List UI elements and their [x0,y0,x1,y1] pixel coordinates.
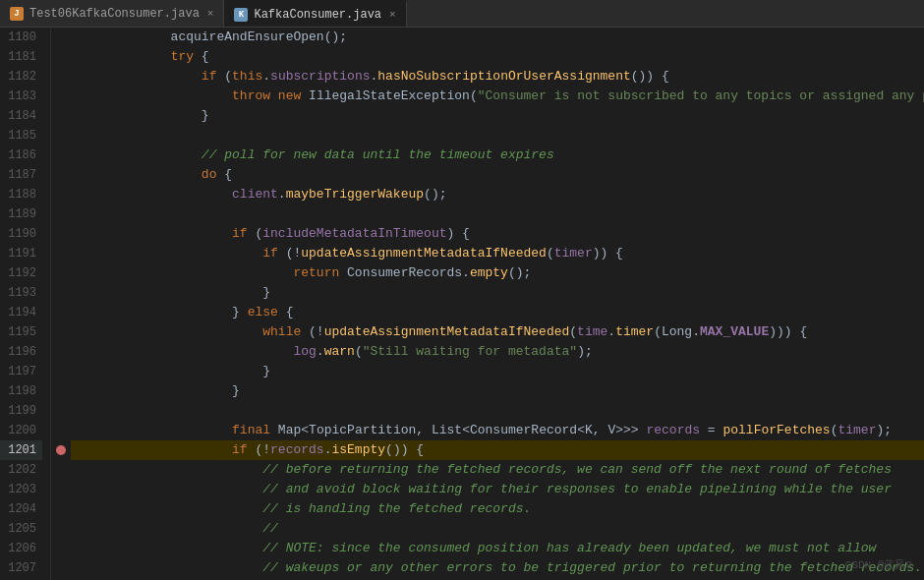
code-area[interactable]: acquireAndEnsureOpen(); try { if (this.s… [71,28,924,580]
line-num-1187: 1187 [0,165,42,185]
line-num-1181: 1181 [0,47,42,67]
code-line-1187: do { [71,165,924,185]
tab-kafkaconsumer[interactable]: K KafkaConsumer.java × [224,0,406,27]
line-num-1183: 1183 [0,87,42,106]
code-line-1181: try { [71,47,924,67]
code-line-1194: } else { [71,303,924,322]
line-num-1191: 1191 [0,244,42,263]
line-num-1207: 1207 [0,558,42,578]
code-line-1185 [71,126,924,145]
tab-label-kafkaconsumer: KafkaConsumer.java [254,8,381,22]
code-line-1207: // wakeups or any other errors to be tri… [71,558,924,578]
line-num-1185: 1185 [0,126,42,145]
line-num-1196: 1196 [0,342,42,362]
tab-bar: J Test06KafkaConsumer.java × K KafkaCons… [0,0,924,28]
code-line-1205: // [71,519,924,539]
gutter-cell-1183 [51,87,71,106]
gutter-cell-1192 [51,263,71,283]
line-num-1194: 1194 [0,303,42,322]
tab-close-kafkaconsumer[interactable]: × [389,9,396,21]
gutter [51,28,71,580]
line-num-1205: 1205 [0,519,42,539]
code-line-1206: // NOTE: since the consumed position has… [71,539,924,558]
gutter-cell-1203 [51,480,71,499]
gutter-cell-1182 [51,67,71,87]
gutter-cell-1205 [51,519,71,539]
line-num-1206: 1206 [0,539,42,558]
gutter-cell-1196 [51,342,71,362]
line-num-1195: 1195 [0,322,42,342]
code-line-1191: if (!updateAssignmentMetadataIfNeeded(ti… [71,244,924,263]
gutter-cell-1188 [51,185,71,204]
code-line-1183: throw new IllegalStateException("Consume… [71,87,924,106]
code-line-1200: final Map<TopicPartition, List<ConsumerR… [71,421,924,440]
breakpoint-1201[interactable] [56,445,66,455]
gutter-cell-1194 [51,303,71,322]
watermark: CSDN @蓝风9 [845,557,912,572]
gutter-cell-1207 [51,558,71,578]
code-line-1196: log.warn("Still waiting for metadata"); [71,342,924,362]
gutter-cell-1204 [51,499,71,519]
code-line-1198: } [71,381,924,401]
line-num-1197: 1197 [0,362,42,381]
code-line-1180: acquireAndEnsureOpen(); [71,28,924,47]
line-num-1200: 1200 [0,421,42,440]
editor: 1180118111821183118411851186118711881189… [0,28,924,580]
line-num-1192: 1192 [0,263,42,283]
line-num-1182: 1182 [0,67,42,87]
gutter-cell-1190 [51,224,71,244]
code-line-1204: // is handling the fetched records. [71,499,924,519]
gutter-cell-1195 [51,322,71,342]
tab-close-test06[interactable]: × [207,8,214,20]
code-line-1202: // before returning the fetched records,… [71,460,924,480]
line-num-1202: 1202 [0,460,42,480]
code-line-1197: } [71,362,924,381]
code-line-1188: client.maybeTriggerWakeup(); [71,185,924,204]
line-num-1198: 1198 [0,381,42,401]
line-num-1186: 1186 [0,145,42,165]
line-num-1201: 1201 [0,440,42,460]
line-num-1190: 1190 [0,224,42,244]
code-line-1201: if (!records.isEmpty()) { [71,440,924,460]
tab-test06[interactable]: J Test06KafkaConsumer.java × [0,0,224,27]
line-num-1189: 1189 [0,204,42,224]
gutter-cell-1201 [51,440,71,460]
code-line-1186: // poll for new data until the timeout e… [71,145,924,165]
line-num-1184: 1184 [0,106,42,126]
gutter-cell-1180 [51,28,71,47]
gutter-cell-1191 [51,244,71,263]
gutter-cell-1198 [51,381,71,401]
line-num-1180: 1180 [0,28,42,47]
line-num-1204: 1204 [0,499,42,519]
line-num-1188: 1188 [0,185,42,204]
code-line-1184: } [71,106,924,126]
code-line-1190: if (includeMetadataInTimeout) { [71,224,924,244]
gutter-cell-1200 [51,421,71,440]
code-line-1203: // and avoid block waiting for their res… [71,480,924,499]
gutter-cell-1193 [51,283,71,303]
gutter-cell-1187 [51,165,71,185]
line-numbers: 1180118111821183118411851186118711881189… [0,28,51,580]
gutter-cell-1197 [51,362,71,381]
gutter-cell-1184 [51,106,71,126]
gutter-cell-1206 [51,539,71,558]
gutter-cell-1181 [51,47,71,67]
code-line-1199 [71,401,924,421]
line-num-1199: 1199 [0,401,42,421]
code-line-1193: } [71,283,924,303]
tab-label-test06: Test06KafkaConsumer.java [29,7,200,21]
gutter-cell-1185 [51,126,71,145]
line-num-1203: 1203 [0,480,42,499]
gutter-cell-1189 [51,204,71,224]
code-line-1192: return ConsumerRecords.empty(); [71,263,924,283]
code-line-1182: if (this.subscriptions.hasNoSubscription… [71,67,924,87]
code-line-1189 [71,204,924,224]
code-line-1195: while (!updateAssignmentMetadataIfNeeded… [71,322,924,342]
gutter-cell-1202 [51,460,71,480]
tab-icon-kafkaconsumer: K [234,8,248,22]
gutter-cell-1186 [51,145,71,165]
gutter-cell-1199 [51,401,71,421]
tab-icon-test06: J [10,7,24,21]
line-num-1193: 1193 [0,283,42,303]
